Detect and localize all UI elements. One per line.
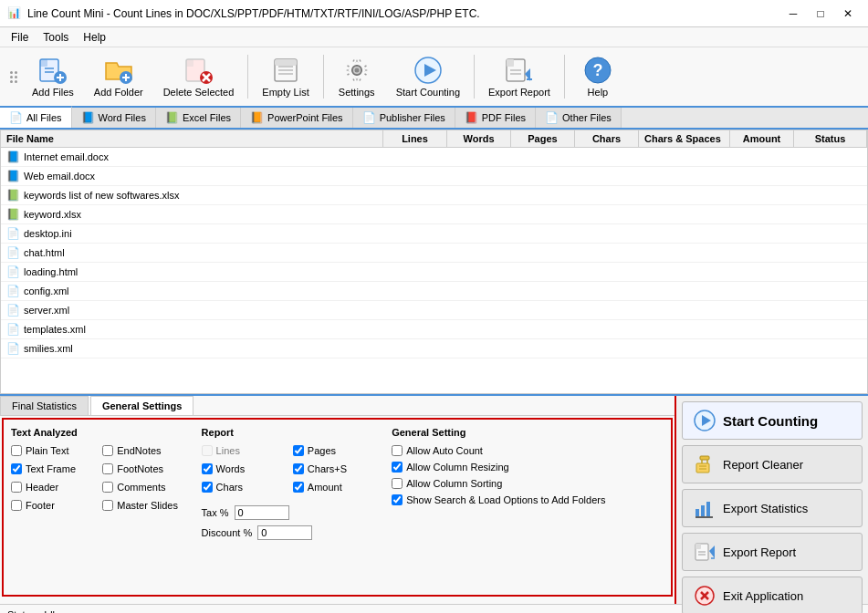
footnotes-checkbox[interactable] bbox=[102, 463, 113, 474]
menu-file[interactable]: File bbox=[4, 29, 36, 46]
words-checkbox[interactable] bbox=[202, 463, 213, 474]
header-pages[interactable]: Pages bbox=[511, 130, 575, 147]
file-row[interactable]: 📄templates.xml bbox=[1, 320, 867, 339]
settings-panel: Text Analyzed Plain Text EndNotes Text F… bbox=[2, 418, 673, 597]
bottom-panel: Final Statistics General Settings Text A… bbox=[0, 394, 868, 604]
tab-excel-files[interactable]: 📗 Excel Files bbox=[156, 108, 241, 128]
menu-tools[interactable]: Tools bbox=[36, 29, 76, 46]
header-chars-spaces[interactable]: Chars & Spaces bbox=[639, 130, 730, 147]
all-files-label: All Files bbox=[26, 112, 62, 123]
ini-icon: 📄 bbox=[6, 227, 20, 240]
check-amount: Amount bbox=[293, 482, 382, 493]
excel-icon: 📗 bbox=[6, 189, 20, 202]
lines-label: Lines bbox=[216, 445, 240, 456]
header-amount[interactable]: Amount bbox=[730, 130, 794, 147]
tax-input[interactable] bbox=[235, 505, 289, 520]
file-list: File Name Lines Words Pages Chars Chars … bbox=[0, 130, 868, 394]
menu-help[interactable]: Help bbox=[76, 29, 113, 46]
allow-column-sorting-checkbox[interactable] bbox=[392, 478, 403, 489]
close-button[interactable]: ✕ bbox=[835, 5, 861, 23]
text-frame-label: Text Frame bbox=[26, 463, 76, 474]
allow-auto-count-checkbox[interactable] bbox=[392, 445, 403, 456]
tab-publisher-files[interactable]: 📄 Publisher Files bbox=[353, 108, 455, 128]
file-row[interactable]: 📗keyword.xlsx bbox=[1, 205, 867, 224]
delete-selected-button[interactable]: Delete Selected bbox=[155, 51, 243, 102]
start-counting-toolbar-button[interactable]: Start Counting bbox=[388, 51, 468, 102]
tab-powerpoint-files[interactable]: 📙 PowerPoint Files bbox=[241, 108, 353, 128]
exit-application-button[interactable]: Exit Application bbox=[682, 577, 863, 613]
file-row[interactable]: 📄loading.html bbox=[1, 263, 867, 282]
maximize-button[interactable]: □ bbox=[808, 5, 833, 23]
tab-word-files[interactable]: 📘 Word Files bbox=[72, 108, 156, 128]
text-frame-checkbox[interactable] bbox=[11, 463, 22, 474]
chars-checkbox[interactable] bbox=[202, 482, 213, 493]
tab-pdf-files[interactable]: 📕 PDF Files bbox=[455, 108, 536, 128]
svg-rect-42 bbox=[695, 509, 699, 516]
xml-icon: 📄 bbox=[6, 323, 20, 336]
export-report-button[interactable]: Export Report bbox=[682, 533, 863, 571]
header-checkbox[interactable] bbox=[11, 482, 22, 493]
publisher-files-label: Publisher Files bbox=[380, 112, 445, 123]
exit-application-icon bbox=[694, 585, 716, 607]
tab-general-settings[interactable]: General Settings bbox=[90, 396, 193, 415]
general-setting-title: General Setting bbox=[392, 427, 664, 438]
header-status[interactable]: Status bbox=[794, 130, 867, 147]
pages-label: Pages bbox=[308, 445, 336, 456]
header-words[interactable]: Words bbox=[447, 130, 511, 147]
start-counting-btn-label: Start Counting bbox=[723, 413, 818, 429]
header-chars[interactable]: Chars bbox=[575, 130, 639, 147]
word-icon: 📘 bbox=[6, 170, 20, 182]
publisher-files-icon: 📄 bbox=[362, 111, 376, 124]
pages-checkbox[interactable] bbox=[293, 445, 304, 456]
add-folder-button[interactable]: Add Folder bbox=[86, 51, 152, 102]
check-pages: Pages bbox=[293, 445, 382, 456]
settings-button[interactable]: Settings bbox=[329, 51, 384, 102]
file-row[interactable]: 📄chat.html bbox=[1, 244, 867, 263]
plain-text-checkbox[interactable] bbox=[11, 445, 22, 456]
file-row[interactable]: 📘Web email.docx bbox=[1, 167, 867, 186]
xml-icon: 📄 bbox=[6, 285, 20, 297]
tab-final-statistics[interactable]: Final Statistics bbox=[0, 396, 89, 415]
header-filename[interactable]: File Name bbox=[1, 130, 383, 147]
empty-list-icon bbox=[271, 56, 300, 85]
report-cleaner-button[interactable]: Report Cleaner bbox=[682, 445, 863, 483]
html-icon: 📄 bbox=[6, 265, 20, 278]
text-analyzed-section: Text Analyzed Plain Text EndNotes Text F… bbox=[11, 427, 193, 587]
add-files-button[interactable]: Add Files bbox=[24, 51, 82, 102]
endnotes-checkbox[interactable] bbox=[102, 445, 113, 456]
lines-checkbox[interactable] bbox=[202, 445, 213, 456]
tab-all-files[interactable]: 📄 All Files bbox=[0, 106, 72, 128]
header-lines[interactable]: Lines bbox=[383, 130, 447, 147]
export-statistics-button[interactable]: Export Statistics bbox=[682, 489, 863, 527]
footer-checkbox[interactable] bbox=[11, 500, 22, 511]
show-search-load-label: Show Search & Load Options to Add Folder… bbox=[406, 494, 605, 505]
file-row[interactable]: 📄desktop.ini bbox=[1, 224, 867, 244]
discount-input[interactable] bbox=[257, 525, 312, 540]
start-counting-button[interactable]: Start Counting bbox=[682, 401, 863, 440]
allow-column-resizing-checkbox[interactable] bbox=[392, 462, 403, 473]
comments-checkbox[interactable] bbox=[102, 482, 113, 493]
empty-list-button[interactable]: Empty List bbox=[254, 51, 317, 102]
file-row[interactable]: 📘Internet email.docx bbox=[1, 148, 867, 167]
file-row[interactable]: 📄smilies.xml bbox=[1, 339, 867, 358]
file-row[interactable]: 📄config.xml bbox=[1, 282, 867, 301]
file-row[interactable]: 📗keywords list of new softwares.xlsx bbox=[1, 186, 867, 205]
file-row[interactable]: 📄server.xml bbox=[1, 301, 867, 320]
export-report-toolbar-button[interactable]: Export Report bbox=[480, 51, 559, 102]
tab-other-files[interactable]: 📄 Other Files bbox=[536, 108, 622, 128]
export-report-toolbar-label: Export Report bbox=[488, 87, 550, 98]
amount-checkbox[interactable] bbox=[293, 482, 304, 493]
help-label: Help bbox=[588, 87, 609, 98]
export-statistics-btn-label: Export Statistics bbox=[723, 502, 808, 515]
master-slides-checkbox[interactable] bbox=[102, 500, 113, 511]
excel-icon: 📗 bbox=[6, 208, 20, 221]
minimize-button[interactable]: ─ bbox=[780, 5, 806, 23]
check-footer: Footer bbox=[11, 500, 100, 511]
chars-s-checkbox[interactable] bbox=[293, 463, 304, 474]
check-allow-column-resizing: Allow Column Resizing bbox=[392, 462, 664, 473]
powerpoint-files-label: PowerPoint Files bbox=[267, 112, 343, 123]
svg-rect-44 bbox=[706, 502, 710, 516]
general-setting-section: General Setting Allow Auto Count Allow C… bbox=[392, 427, 664, 587]
show-search-load-checkbox[interactable] bbox=[392, 494, 403, 505]
help-button[interactable]: ? Help bbox=[570, 51, 625, 102]
